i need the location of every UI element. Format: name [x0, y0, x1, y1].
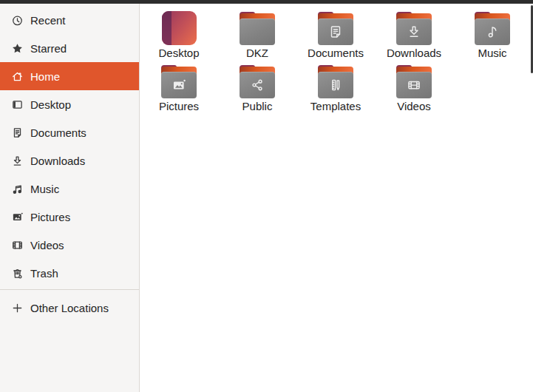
template-emblem	[327, 77, 344, 93]
music-icon	[11, 183, 24, 195]
videos-icon	[11, 239, 24, 251]
file-grid: DesktopDKZDocumentsDownloadsMusicPicture…	[140, 10, 533, 117]
sidebar-item-label: Starred	[30, 42, 67, 55]
sidebar-item-home[interactable]: Home	[0, 62, 139, 90]
sidebar-item-label: Home	[30, 70, 60, 83]
file-item-downloads[interactable]: Downloads	[375, 10, 453, 64]
sidebar-item-label: Trash	[30, 267, 58, 280]
folder-icon	[396, 65, 432, 98]
sidebar-item-downloads[interactable]: Downloads	[0, 146, 139, 175]
sidebar-item-videos[interactable]: Videos	[0, 231, 139, 259]
file-item-public[interactable]: Public	[218, 64, 296, 117]
sidebar-item-other-locations[interactable]: Other Locations	[0, 294, 139, 322]
sidebar-footer: Other Locations	[0, 294, 139, 322]
sidebar-item-label: Videos	[30, 239, 64, 251]
sidebar-item-desktop[interactable]: Desktop	[0, 90, 139, 118]
sidebar-item-label: Recent	[30, 14, 66, 27]
star-icon	[11, 42, 24, 55]
files-window: RecentStarredHomeDesktopDocumentsDownloa…	[0, 0, 533, 392]
file-item-label: Documents	[308, 47, 364, 59]
sidebar-item-label: Documents	[30, 126, 86, 139]
sidebar-item-label: Pictures	[30, 211, 70, 223]
sidebar-item-label: Downloads	[30, 155, 85, 167]
sidebar-separator	[0, 289, 139, 290]
file-item-dkz[interactable]: DKZ	[218, 10, 296, 64]
file-item-label: Music	[478, 47, 506, 59]
picture-emblem	[171, 77, 187, 93]
file-icon-wrap	[161, 64, 197, 98]
file-item-label: Desktop	[158, 47, 199, 59]
trash-icon	[11, 267, 24, 280]
home-icon	[11, 70, 24, 83]
sidebar-item-trash[interactable]: Trash	[0, 259, 139, 287]
folder-icon	[318, 65, 353, 98]
folder-icon	[318, 12, 353, 45]
sidebar-item-documents[interactable]: Documents	[0, 118, 139, 146]
file-item-documents[interactable]: Documents	[296, 10, 375, 64]
documents-icon	[11, 126, 24, 139]
file-item-label: Public	[242, 100, 273, 112]
sidebar-item-recent[interactable]: Recent	[0, 6, 139, 34]
document-emblem	[327, 24, 344, 40]
recent-icon	[11, 14, 24, 27]
sidebar-item-starred[interactable]: Starred	[0, 34, 139, 62]
sidebar-item-pictures[interactable]: Pictures	[0, 203, 139, 231]
file-icon-wrap	[318, 10, 353, 45]
folder-icon	[240, 65, 275, 98]
plus-icon	[11, 302, 24, 314]
pictures-icon	[11, 211, 24, 223]
file-item-videos[interactable]: Videos	[375, 64, 453, 117]
file-item-label: Downloads	[387, 47, 441, 59]
sidebar-item-label: Desktop	[30, 98, 71, 111]
file-icon-wrap	[396, 10, 432, 45]
film-emblem	[406, 77, 422, 93]
folder-icon	[240, 12, 275, 45]
file-pane: DesktopDKZDocumentsDownloadsMusicPicture…	[140, 4, 533, 392]
sidebar-list: RecentStarredHomeDesktopDocumentsDownloa…	[0, 6, 139, 287]
file-item-desktop[interactable]: Desktop	[140, 10, 218, 64]
download-emblem	[406, 24, 422, 40]
file-item-label: Videos	[397, 100, 431, 112]
music-emblem	[484, 24, 500, 40]
file-item-pictures[interactable]: Pictures	[140, 64, 218, 117]
file-item-label: Templates	[310, 100, 361, 112]
desktop-gradient-icon	[162, 11, 197, 45]
sidebar-item-label: Other Locations	[30, 302, 109, 314]
file-item-templates[interactable]: Templates	[296, 64, 375, 117]
file-icon-wrap	[240, 10, 275, 45]
file-icon-wrap	[396, 64, 432, 98]
downloads-icon	[11, 155, 24, 167]
file-item-label: DKZ	[246, 47, 268, 59]
folder-icon	[161, 65, 197, 98]
folder-icon	[475, 12, 510, 45]
file-icon-wrap	[475, 10, 510, 45]
file-item-music[interactable]: Music	[453, 10, 532, 64]
sidebar: RecentStarredHomeDesktopDocumentsDownloa…	[0, 4, 140, 392]
file-icon-wrap	[318, 64, 353, 98]
file-icon-wrap	[240, 64, 275, 98]
folder-icon	[396, 12, 432, 45]
desktop-icon	[11, 98, 24, 111]
file-icon-wrap	[162, 10, 197, 45]
window-content: RecentStarredHomeDesktopDocumentsDownloa…	[0, 4, 533, 392]
share-emblem	[249, 77, 265, 93]
sidebar-item-music[interactable]: Music	[0, 175, 139, 203]
sidebar-item-label: Music	[30, 183, 59, 195]
file-item-label: Pictures	[159, 100, 199, 112]
